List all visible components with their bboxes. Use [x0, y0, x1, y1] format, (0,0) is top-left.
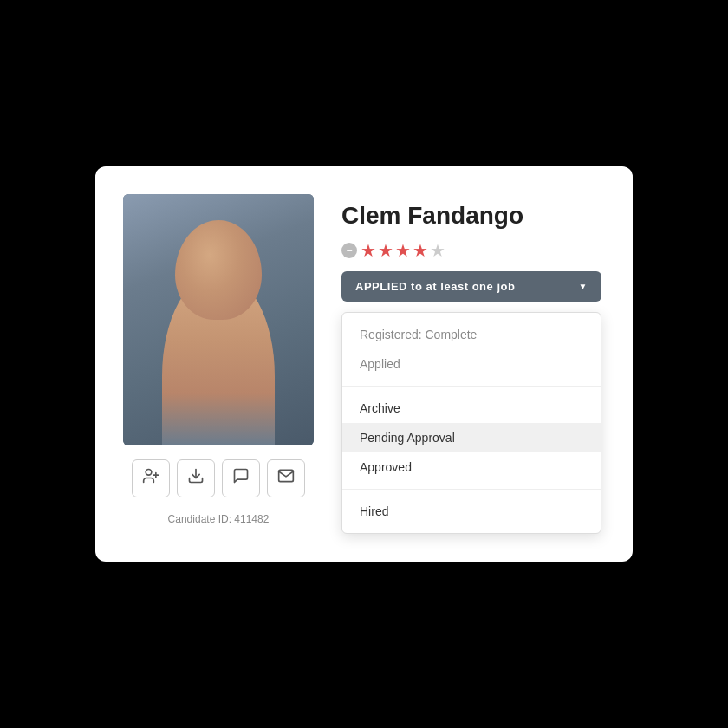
person-add-icon: [142, 467, 159, 489]
menu-item-approved[interactable]: Approved: [342, 452, 601, 482]
menu-item-archive[interactable]: Archive: [342, 393, 601, 423]
stars: ★ ★ ★ ★ ★: [361, 240, 445, 261]
dropdown-menu: Registered: Complete Applied Archive Pen…: [341, 312, 601, 534]
menu-section-status: Registered: Complete Applied: [342, 313, 601, 387]
download-button[interactable]: [177, 459, 215, 497]
menu-item-hired[interactable]: Hired: [342, 497, 601, 526]
message-button[interactable]: [222, 459, 260, 497]
add-candidate-button[interactable]: [132, 459, 170, 497]
download-icon: [187, 467, 205, 489]
menu-item-pending-approval[interactable]: Pending Approval: [342, 423, 601, 452]
menu-section-archive: Archive Pending Approval Approved: [342, 387, 601, 490]
svg-point-0: [146, 470, 152, 476]
right-column: Clem Fandango − ★ ★ ★ ★ ★ APPLIED to at …: [341, 194, 605, 535]
candidate-id: Candidate ID: 411482: [168, 513, 270, 525]
candidate-card: Candidate ID: 411482 Clem Fandango − ★ ★…: [95, 166, 633, 562]
action-buttons: [132, 459, 305, 497]
star-3: ★: [395, 240, 411, 261]
message-icon: [232, 467, 250, 489]
star-1: ★: [361, 240, 376, 261]
menu-section-hired: Hired: [342, 490, 601, 533]
status-dropdown-button[interactable]: APPLIED to at least one job ▼: [341, 271, 601, 302]
star-4: ★: [413, 240, 428, 261]
email-icon: [277, 467, 295, 489]
star-2: ★: [378, 240, 393, 261]
menu-item-registered[interactable]: Registered: Complete: [342, 320, 601, 349]
star-5: ★: [430, 240, 445, 261]
left-column: Candidate ID: 411482: [123, 194, 314, 535]
rating-row: − ★ ★ ★ ★ ★: [341, 240, 605, 261]
menu-item-applied[interactable]: Applied: [342, 349, 601, 379]
candidate-name: Clem Fandango: [341, 201, 605, 231]
email-button[interactable]: [267, 459, 305, 497]
rating-minus-icon: −: [341, 243, 357, 258]
dropdown-label: APPLIED to at least one job: [355, 280, 516, 293]
chevron-down-icon: ▼: [579, 282, 588, 291]
avatar: [123, 194, 314, 445]
